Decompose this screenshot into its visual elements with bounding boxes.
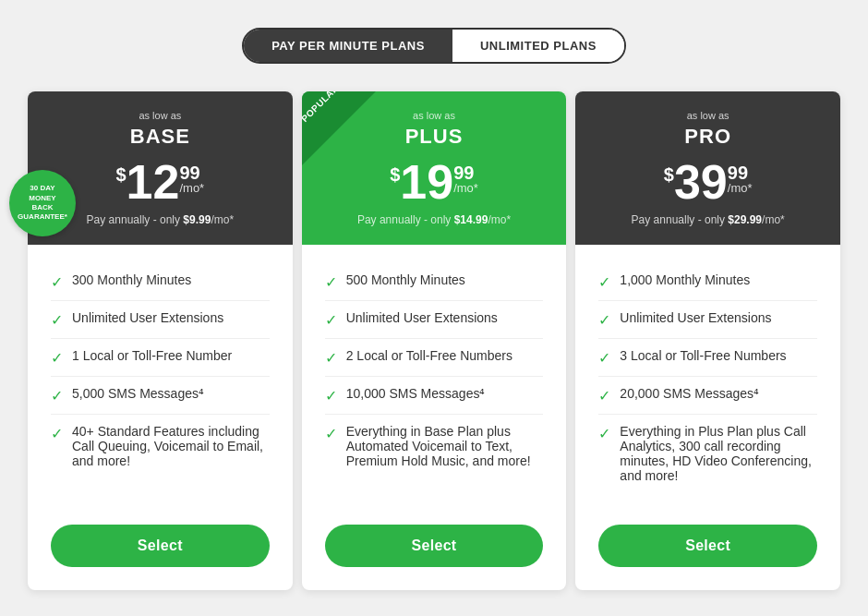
plans-container: 30 Day Money Back Guarantee* as low as B… [23,91,845,590]
check-icon-base-1: ✓ [51,311,63,329]
guarantee-line1: 30 Day [30,184,54,193]
feature-pro-4: ✓ Everything in Plus Plan plus Call Anal… [598,415,817,492]
check-icon-plus-2: ✓ [325,349,337,367]
price-dollar-pro: $ [664,165,674,184]
as-low-as-pro: as low as [594,110,822,121]
price-mo-pro: /mo* [728,182,753,194]
feature-base-4: ✓ 40+ Standard Features including Call Q… [51,415,270,477]
check-icon-pro-3: ✓ [598,387,610,405]
check-icon-base-2: ✓ [51,349,63,367]
feature-plus-0: ✓ 500 Monthly Minutes [325,263,544,301]
check-icon-pro-0: ✓ [598,273,610,291]
plan-card-base: as low as BASE $ 12 99 /mo* Pay annually… [28,91,293,590]
check-icon-plus-1: ✓ [325,311,337,329]
check-icon-pro-1: ✓ [598,311,610,329]
check-icon-plus-4: ✓ [325,425,337,442]
price-mo-base: /mo* [179,182,204,194]
price-row-base: $ 12 99 /mo* [46,158,274,206]
as-low-as-base: as low as [46,110,274,121]
feature-pro-0: ✓ 1,000 Monthly Minutes [598,263,817,301]
annual-note-base: Pay annually - only $9.99/mo* [46,213,274,226]
check-icon-plus-0: ✓ [325,273,337,291]
feature-plus-2: ✓ 2 Local or Toll-Free Numbers [325,339,544,377]
price-mo-plus: /mo* [453,182,478,194]
feature-base-3: ✓ 5,000 SMS Messages⁴ [51,377,270,415]
plan-card-pro: as low as PRO $ 39 99 /mo* Pay annually … [575,91,840,590]
select-button-base[interactable]: Select [51,525,270,567]
feature-plus-1: ✓ Unlimited User Extensions [325,301,544,339]
plan-card-plus: POPULAR as low as PLUS $ 19 99 /mo* Pay … [302,91,567,590]
plan-type-tabs: Pay Per Minute Plans Unlimited Plans [242,28,626,64]
annual-note-plus: Pay annually - only $14.99/mo* [320,213,549,226]
check-icon-base-4: ✓ [51,425,63,442]
price-cents-mo-pro: 99 /mo* [728,163,753,194]
price-cents-mo-plus: 99 /mo* [453,163,478,194]
feature-plus-3: ✓ 10,000 SMS Messages⁴ [325,377,544,415]
plan-name-base: BASE [46,125,274,149]
plan-header-pro: as low as PRO $ 39 99 /mo* Pay annually … [575,91,840,245]
tab-pay-per-minute[interactable]: Pay Per Minute Plans [244,30,452,62]
guarantee-line2: Money [29,194,55,203]
feature-base-1: ✓ Unlimited User Extensions [51,301,270,339]
feature-base-0: ✓ 300 Monthly Minutes [51,263,270,301]
plan-footer-pro: Select [575,511,840,590]
check-icon-base-0: ✓ [51,273,63,291]
check-icon-pro-2: ✓ [598,349,610,367]
price-main-pro: 39 [674,158,728,206]
annual-note-pro: Pay annually - only $29.99/mo* [594,213,822,226]
select-button-pro[interactable]: Select [598,525,817,567]
price-main-base: 12 [127,158,180,206]
plan-footer-plus: Select [302,511,567,590]
feature-pro-1: ✓ Unlimited User Extensions [598,301,817,339]
tab-unlimited[interactable]: Unlimited Plans [452,30,624,62]
check-icon-plus-3: ✓ [325,387,337,405]
price-cents-mo-base: 99 /mo* [179,163,204,194]
check-icon-pro-4: ✓ [598,425,610,442]
price-dollar-base: $ [115,165,126,184]
price-cents-pro: 99 [728,163,748,182]
plan-features-pro: ✓ 1,000 Monthly Minutes ✓ Unlimited User… [575,245,840,511]
plan-features-base: ✓ 300 Monthly Minutes ✓ Unlimited User E… [28,245,293,511]
price-main-plus: 19 [400,158,453,206]
feature-pro-2: ✓ 3 Local or Toll-Free Numbers [598,339,817,377]
price-row-pro: $ 39 99 /mo* [594,158,822,206]
plan-features-plus: ✓ 500 Monthly Minutes ✓ Unlimited User E… [302,245,567,511]
plan-name-pro: PRO [594,125,822,149]
check-icon-base-3: ✓ [51,387,63,405]
select-button-plus[interactable]: Select [325,525,544,567]
feature-plus-4: ✓ Everything in Base Plan plus Automated… [325,415,544,477]
guarantee-badge: 30 Day Money Back Guarantee* [9,170,76,236]
guarantee-line3: Back [31,203,53,212]
guarantee-line4: Guarantee* [18,212,67,222]
plan-footer-base: Select [28,511,293,590]
feature-pro-3: ✓ 20,000 SMS Messages⁴ [598,377,817,415]
price-cents-plus: 99 [453,163,474,182]
price-cents-base: 99 [179,163,199,182]
price-dollar-plus: $ [390,165,400,184]
feature-base-2: ✓ 1 Local or Toll-Free Number [51,339,270,377]
